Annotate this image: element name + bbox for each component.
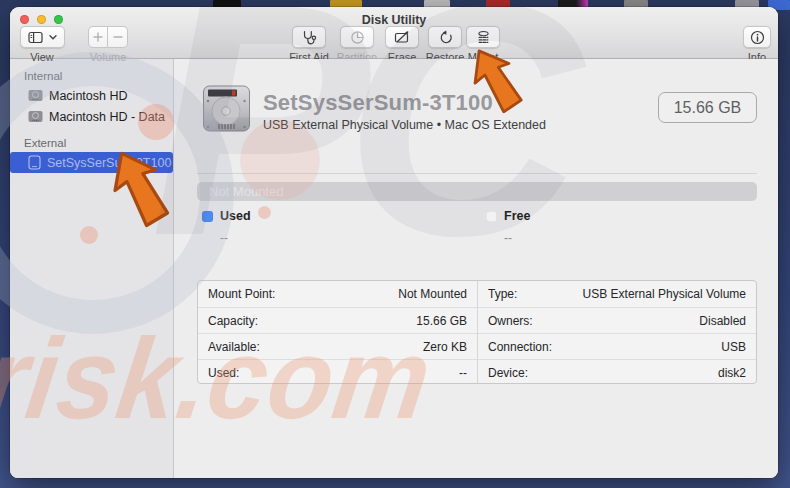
titlebar: Disk Utility View V: [10, 7, 778, 59]
free-swatch: [486, 211, 497, 222]
detail-value: Not Mounted: [398, 287, 467, 301]
toolbar-info-group: Info: [740, 26, 774, 63]
detail-row-available: Available: Zero KB: [198, 333, 477, 359]
usage-bar-not-mounted: Not Mounted: [197, 182, 757, 201]
sidebar-icon: [28, 31, 43, 44]
remove-volume-button: [108, 26, 128, 48]
view-label: View: [30, 51, 54, 63]
info-button[interactable]: [743, 26, 771, 48]
first-aid-button[interactable]: [292, 26, 326, 48]
detail-label: Capacity:: [208, 314, 258, 328]
external-drive-icon: [28, 155, 41, 170]
detail-row-device: Device: disk2: [478, 359, 756, 384]
restore-undo-icon: [438, 30, 453, 45]
detail-value: --: [459, 366, 467, 380]
legend-free: Free --: [486, 209, 530, 245]
details-right-table: Type: USB External Physical Volume Owner…: [477, 281, 756, 383]
detail-value: 15.66 GB: [416, 314, 467, 328]
info-icon: [750, 30, 765, 45]
drive-name: SetSysSerSum-3T100: [263, 90, 493, 116]
plus-icon: [93, 32, 103, 42]
details-tables: Mount Point: Not Mounted Capacity: 15.66…: [197, 280, 757, 384]
detail-label: Connection:: [488, 340, 552, 354]
detail-value: USB External Physical Volume: [583, 287, 746, 301]
partition-pie-icon: [350, 30, 365, 45]
detail-value: Zero KB: [423, 340, 467, 354]
free-label: Free: [504, 209, 530, 223]
detail-label: Available:: [208, 340, 260, 354]
volume-label: Volume: [90, 51, 127, 63]
detail-label: Used:: [208, 366, 239, 380]
detail-label: Owners:: [488, 314, 533, 328]
sidebar-section-internal: Internal: [10, 70, 173, 85]
detail-value: disk2: [718, 366, 746, 380]
sidebar-item-label: Macintosh HD: [49, 89, 128, 103]
sidebar-item-label: SetSysSerSum-3T100: [47, 156, 171, 170]
partition-button: [340, 26, 374, 48]
divider: [197, 173, 757, 174]
detail-row-connection: Connection: USB: [478, 333, 756, 359]
drive-subtitle: USB External Physical Volume • Mac OS Ex…: [263, 118, 546, 132]
sidebar-section-external: External: [10, 137, 173, 152]
toolbar-erase-group: Erase: [382, 26, 422, 63]
detail-row-mount-point: Mount Point: Not Mounted: [198, 281, 477, 307]
toolbar-mount-group: Mount: [462, 26, 504, 63]
window-title: Disk Utility: [10, 13, 778, 27]
used-swatch: [202, 211, 213, 222]
desktop: Disk Utility View V: [0, 0, 790, 488]
mount-button[interactable]: [466, 26, 500, 48]
detail-row-used: Used: --: [198, 359, 477, 384]
toolbar-volume-group: Volume: [86, 26, 130, 63]
add-volume-button: [88, 26, 108, 48]
erase-icon: [394, 30, 410, 44]
chevron-down-icon: [49, 35, 57, 40]
detail-label: Device:: [488, 366, 528, 380]
used-value: --: [220, 231, 251, 245]
toolbar-first-aid-group: First Aid: [286, 26, 332, 63]
legend-used: Used --: [202, 209, 251, 245]
erase-button[interactable]: [385, 26, 419, 48]
toolbar-view-group: View: [14, 26, 70, 63]
detail-value: USB: [721, 340, 746, 354]
sidebar-item-setsysser-sum[interactable]: SetSysSerSum-3T100: [10, 152, 173, 173]
main-panel: SetSysSerSum-3T100 USB External Physical…: [174, 59, 778, 478]
internal-drive-icon: [28, 110, 43, 123]
detail-row-type: Type: USB External Physical Volume: [478, 281, 756, 307]
sidebar: Internal Macintosh HD Macintosh HD - Dat…: [10, 59, 174, 478]
detail-label: Mount Point:: [208, 287, 275, 301]
stethoscope-icon: [301, 30, 317, 45]
sidebar-item-macintosh-hd-data[interactable]: Macintosh HD - Data: [10, 106, 173, 127]
sidebar-item-label: Macintosh HD - Data: [49, 110, 165, 124]
disk-utility-window: Disk Utility View V: [10, 7, 778, 478]
drive-size-badge: 15.66 GB: [658, 92, 757, 123]
detail-row-capacity: Capacity: 15.66 GB: [198, 307, 477, 333]
internal-drive-icon: [28, 89, 43, 102]
detail-label: Type:: [488, 287, 517, 301]
toolbar-partition-group: Partition: [334, 26, 380, 63]
details-left-table: Mount Point: Not Mounted Capacity: 15.66…: [198, 281, 477, 383]
sidebar-item-macintosh-hd[interactable]: Macintosh HD: [10, 85, 173, 106]
free-value: --: [504, 231, 530, 245]
detail-row-owners: Owners: Disabled: [478, 307, 756, 333]
minus-icon: [113, 32, 123, 42]
used-label: Used: [220, 209, 251, 223]
view-button[interactable]: [20, 26, 65, 48]
detail-value: Disabled: [699, 314, 746, 328]
external-hard-drive-icon: [202, 83, 252, 135]
mount-disk-icon: [476, 30, 491, 45]
restore-button[interactable]: [428, 26, 462, 48]
